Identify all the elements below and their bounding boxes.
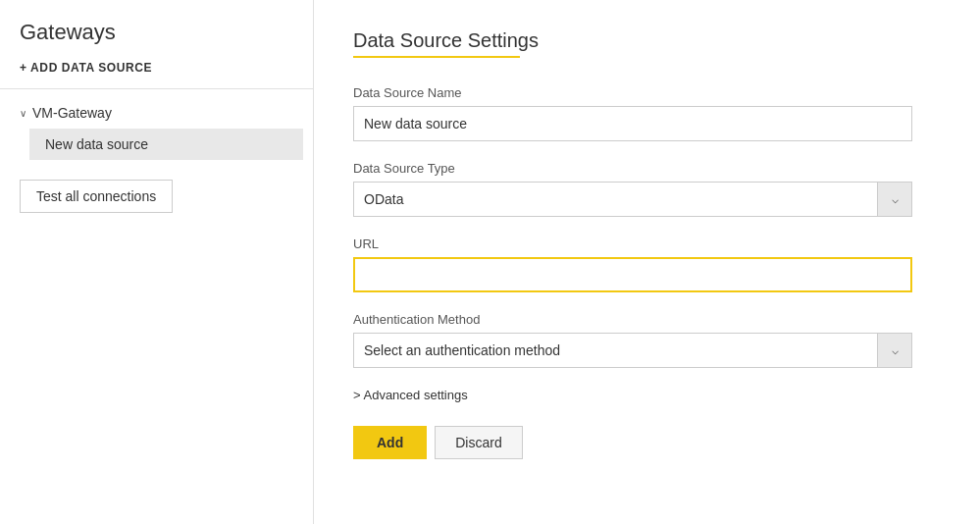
auth-method-label: Authentication Method — [353, 312, 941, 327]
action-buttons: Add Discard — [353, 426, 941, 459]
auth-method-wrapper: Select an authentication method ⌵ — [353, 333, 912, 368]
advanced-settings-toggle[interactable]: > Advanced settings — [353, 388, 941, 402]
url-label: URL — [353, 236, 941, 251]
discard-button[interactable]: Discard — [435, 426, 522, 459]
data-source-type-label: Data Source Type — [353, 161, 941, 176]
auth-method-select[interactable]: Select an authentication method — [353, 333, 912, 368]
url-group: URL — [353, 236, 941, 292]
data-source-type-group: Data Source Type OData ⌵ — [353, 161, 941, 217]
gateway-group: ∨ VM-Gateway New data source — [0, 99, 313, 160]
add-button[interactable]: Add — [353, 426, 427, 459]
test-all-connections-button[interactable]: Test all connections — [20, 180, 173, 213]
gateway-data-source-item[interactable]: New data source — [29, 129, 303, 160]
title-underline — [353, 56, 520, 58]
auth-method-group: Authentication Method Select an authenti… — [353, 312, 941, 368]
section-title: Data Source Settings — [353, 29, 941, 52]
data-source-type-wrapper: OData ⌵ — [353, 182, 912, 217]
data-source-name-group: Data Source Name — [353, 85, 941, 141]
url-input[interactable] — [353, 257, 912, 292]
sidebar: Gateways + ADD DATA SOURCE ∨ VM-Gateway … — [0, 0, 314, 524]
data-source-name-input[interactable] — [353, 106, 912, 141]
main-content: Data Source Settings Data Source Name Da… — [314, 0, 980, 524]
sidebar-title: Gateways — [0, 20, 313, 61]
chevron-down-icon: ∨ — [20, 108, 26, 119]
gateway-header[interactable]: ∨ VM-Gateway — [10, 99, 303, 127]
data-source-name-label: Data Source Name — [353, 85, 941, 100]
data-source-type-select[interactable]: OData — [353, 182, 912, 217]
gateway-name: VM-Gateway — [32, 105, 112, 121]
add-data-source-button[interactable]: + ADD DATA SOURCE — [0, 61, 313, 89]
